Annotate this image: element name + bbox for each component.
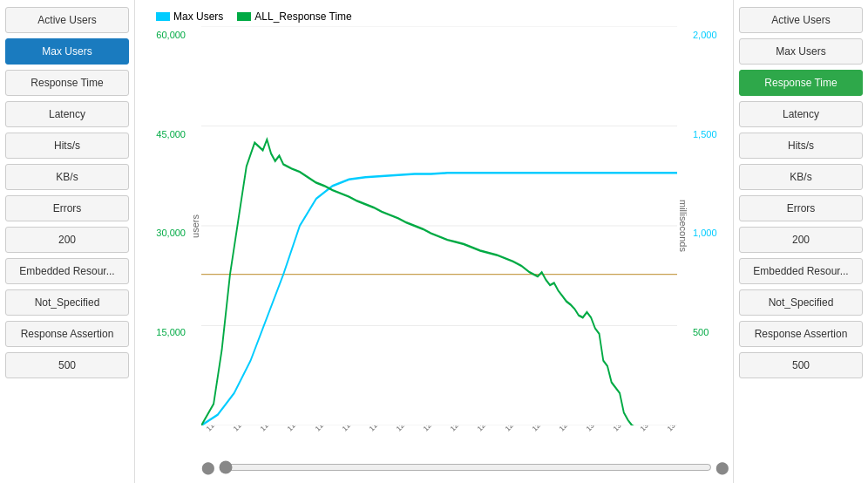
x-label-17: 13:25:00 <box>666 425 677 432</box>
x-label-15: 13:09:00 <box>612 425 636 432</box>
x-label-8: 12:13:00 <box>422 425 446 432</box>
right-btn-active-users[interactable]: Active Users <box>739 7 863 33</box>
x-label-14: 13:01:00 <box>585 425 609 432</box>
left-btn-not-specified[interactable]: Not_Specified <box>5 289 129 316</box>
left-btn-500[interactable]: 500 <box>5 352 129 378</box>
right-btn-response-assertion[interactable]: Response Assertion <box>739 321 863 347</box>
x-label-9: 12:21:00 <box>449 425 473 432</box>
x-label-4: 11:41:00 <box>314 425 338 432</box>
left-btn-kb-s[interactable]: KB/s <box>5 164 129 190</box>
right-btn-200[interactable]: 200 <box>739 227 863 253</box>
left-btn-errors[interactable]: Errors <box>5 195 129 221</box>
y-right-1500: 1,500 <box>693 129 717 139</box>
y-axis-label-left: users <box>190 214 200 238</box>
main-chart-svg <box>201 26 677 425</box>
left-btn-max-users[interactable]: Max Users <box>5 38 129 65</box>
y-left-45000: 45,000 <box>156 129 186 139</box>
x-label-7: 12:05:00 <box>395 425 419 432</box>
slider-right-handle[interactable]: ⬤ <box>715 460 729 474</box>
legend-color-all-response <box>237 12 251 21</box>
right-btn-kb-s[interactable]: KB/s <box>739 164 863 190</box>
y-right-500: 500 <box>693 327 709 337</box>
right-sidebar: Active Users Max Users Response Time Lat… <box>733 0 868 483</box>
chart-legend: Max Users ALL_Response Time <box>139 7 729 26</box>
y-right-1000: 1,000 <box>693 228 717 238</box>
x-label-1: 11:17:00 <box>232 425 256 432</box>
right-btn-latency[interactable]: Latency <box>739 101 863 127</box>
slider-left-handle[interactable]: ⬤ <box>201 460 215 474</box>
right-btn-500[interactable]: 500 <box>739 352 863 378</box>
right-btn-max-users[interactable]: Max Users <box>739 38 863 65</box>
y-right-2000: 2,000 <box>693 30 717 40</box>
left-btn-200[interactable]: 200 <box>5 227 129 253</box>
y-left-60000: 60,000 <box>156 30 186 40</box>
right-btn-hits-s[interactable]: Hits/s <box>739 133 863 159</box>
right-btn-embedded[interactable]: Embedded Resour... <box>739 258 863 284</box>
left-btn-response-assertion[interactable]: Response Assertion <box>5 321 129 347</box>
x-label-3: 11:33:00 <box>286 425 310 432</box>
right-btn-response-time[interactable]: Response Time <box>739 70 863 96</box>
right-btn-not-specified[interactable]: Not_Specified <box>739 289 863 316</box>
legend-all-response: ALL_Response Time <box>237 10 351 23</box>
x-label-11: 12:37:00 <box>504 425 528 432</box>
left-sidebar: Active Users Max Users Response Time Lat… <box>0 0 135 483</box>
x-label-13: 12:53:00 <box>558 425 582 432</box>
left-btn-active-users[interactable]: Active Users <box>5 7 129 33</box>
x-label-2: 11:25:00 <box>259 425 283 432</box>
y-left-15000: 15,000 <box>156 327 186 337</box>
x-label-16: 13:17:00 <box>639 425 663 432</box>
x-label-6: 11:57:00 <box>368 425 392 432</box>
legend-label-all-response: ALL_Response Time <box>254 10 351 23</box>
x-label-5: 11:49:00 <box>341 425 365 432</box>
left-btn-hits-s[interactable]: Hits/s <box>5 133 129 159</box>
timeline-slider[interactable] <box>219 461 712 473</box>
x-label-12: 12:45:00 <box>531 425 555 432</box>
legend-color-max-users <box>156 12 170 21</box>
chart-area: Max Users ALL_Response Time 60,000 45,00… <box>135 0 733 483</box>
left-btn-embedded[interactable]: Embedded Resour... <box>5 258 129 284</box>
y-axis-label-right: milliseconds <box>678 200 688 252</box>
x-label-0: 11:09:00 <box>205 425 229 432</box>
y-left-30000: 30,000 <box>156 228 186 238</box>
x-label-10: 12:29:00 <box>476 425 500 432</box>
legend-max-users: Max Users <box>156 10 223 23</box>
legend-label-max-users: Max Users <box>173 10 223 23</box>
left-btn-latency[interactable]: Latency <box>5 101 129 127</box>
right-btn-errors[interactable]: Errors <box>739 195 863 221</box>
left-btn-response-time[interactable]: Response Time <box>5 70 129 96</box>
